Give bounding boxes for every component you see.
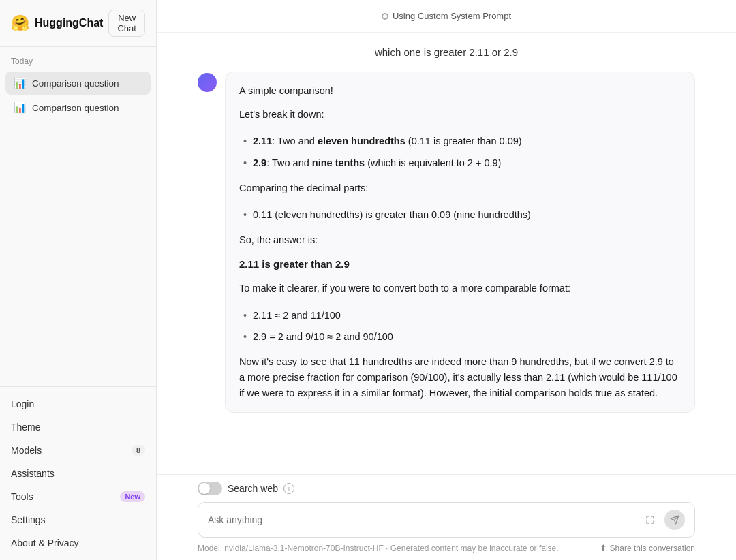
send-icon: [670, 515, 679, 525]
breakdown-intro: Let's break it down:: [239, 107, 681, 123]
bullet1-bold: eleven hundredths: [318, 136, 405, 146]
search-web-row: Search web i: [198, 482, 695, 495]
bullet2-suffix: (which is equivalent to 2 + 0.9): [365, 157, 501, 168]
clarify-final: Now it's easy to see that 11 hundredths …: [239, 354, 681, 402]
sidebar-bottom-item-login[interactable]: Login: [0, 392, 156, 416]
model-info: Model: nvidia/Llama-3.1-Nemotron-70B-Ins…: [198, 544, 559, 553]
sidebar-bottom-item-settings[interactable]: Settings: [0, 508, 156, 531]
search-web-label: Search web: [228, 483, 278, 494]
clarify-b2: 2.9 = 2 and 9/10 ≈ 2 and 90/100: [239, 326, 681, 347]
sidebar-bottom-item-about[interactable]: About & Privacy: [0, 531, 156, 555]
share-label: Share this conversation: [610, 544, 695, 553]
badge-count: 8: [132, 445, 145, 456]
today-label: Today: [0, 47, 156, 70]
clarify-b1: 2.11 ≈ 2 and 11/100: [239, 305, 681, 326]
bullet1-num: 2.11: [253, 136, 272, 146]
bottom-bar: Search web i Model: nvidia/Llama-3.1-Nem…: [157, 474, 736, 560]
chat-input-row: [198, 502, 695, 538]
expand-icon: [645, 515, 655, 525]
bottom-item-label: Settings: [11, 514, 46, 525]
custom-prompt-label: Using Custom System Prompt: [393, 11, 511, 21]
bullet2-bold: nine tenths: [312, 157, 365, 168]
assistant-content: A simple comparison! Let's break it down…: [225, 72, 695, 413]
assistant-avatar: [198, 73, 217, 92]
sidebar-bottom-item-theme[interactable]: Theme: [0, 416, 156, 439]
sidebar: 🤗 HuggingChat New Chat Today 📊Comparison…: [0, 0, 157, 560]
new-chat-button[interactable]: New Chat: [108, 10, 145, 37]
top-bar: Using Custom System Prompt: [157, 0, 736, 33]
badge-new: New: [120, 491, 145, 502]
expand-button[interactable]: [641, 511, 659, 529]
app-title: HuggingChat: [35, 17, 103, 29]
bullet2-num: 2.9: [253, 157, 266, 168]
sidebar-bottom-item-models[interactable]: Models8: [0, 439, 156, 462]
bullet1-text: : Two and: [272, 136, 318, 146]
bullet-list-1: 2.11: Two and eleven hundredths (0.11 is…: [239, 131, 681, 173]
bullet-item-2: 2.9: Two and nine tenths (which is equiv…: [239, 153, 681, 174]
chat-input[interactable]: [208, 514, 636, 525]
sidebar-item-conv2[interactable]: 📊Comparison question: [5, 96, 151, 119]
share-icon: ⬆: [600, 543, 607, 553]
response-intro: A simple comparison!: [239, 83, 681, 99]
sidebar-bottom-item-tools[interactable]: ToolsNew: [0, 485, 156, 508]
bullet1-suffix: (0.11 is greater than 0.09): [405, 136, 522, 146]
conversation-list: 📊Comparison question📊Comparison question: [0, 70, 156, 121]
bullet-item-1: 2.11: Two and eleven hundredths (0.11 is…: [239, 131, 681, 152]
sidebar-item-conv1[interactable]: 📊Comparison question: [5, 72, 151, 95]
sidebar-bottom: LoginThemeModels8AssistantsToolsNewSetti…: [0, 386, 156, 560]
share-button[interactable]: ⬆ Share this conversation: [600, 543, 695, 553]
conv-label: Comparison question: [32, 78, 119, 89]
send-button[interactable]: [664, 510, 685, 530]
custom-prompt-badge: Using Custom System Prompt: [382, 11, 511, 21]
bottom-item-label: Login: [11, 399, 34, 409]
comparing-text: Comparing the decimal parts:: [239, 181, 681, 196]
user-message: which one is greater 2.11 or 2.9: [198, 46, 695, 58]
bullet-list-2: 0.11 (eleven hundredths) is greater than…: [239, 204, 681, 225]
main-area: Using Custom System Prompt which one is …: [157, 0, 736, 560]
conv-icon: 📊: [14, 102, 27, 114]
custom-prompt-icon: [382, 13, 388, 20]
user-message-text: which one is greater 2.11 or 2.9: [375, 46, 518, 58]
bottom-item-label: Models: [11, 445, 42, 456]
sidebar-bottom-item-assistants[interactable]: Assistants: [0, 462, 156, 485]
clarify-list: 2.11 ≈ 2 and 11/100 2.9 = 2 and 9/10 ≈ 2…: [239, 305, 681, 347]
assistant-message: A simple comparison! Let's break it down…: [198, 72, 695, 413]
footer: Model: nvidia/Llama-3.1-Nemotron-70B-Ins…: [198, 543, 695, 553]
answer-bold: 2.11 is greater than 2.9: [239, 256, 681, 273]
so-answer: So, the answer is:: [239, 232, 681, 248]
bullet2-text: : Two and: [266, 157, 312, 168]
bottom-item-label: Assistants: [11, 468, 55, 479]
compare-detail: 0.11 (eleven hundredths) is greater than…: [239, 204, 681, 225]
conv-label: Comparison question: [32, 103, 119, 113]
bottom-item-label: About & Privacy: [11, 538, 79, 548]
sidebar-header: 🤗 HuggingChat New Chat: [0, 0, 156, 47]
bottom-item-label: Tools: [11, 491, 33, 502]
toggle-knob: [199, 483, 210, 494]
info-icon[interactable]: i: [283, 483, 294, 494]
clarify-intro: To make it clearer, if you were to conve…: [239, 281, 681, 296]
search-web-toggle[interactable]: [198, 482, 222, 495]
chat-area: which one is greater 2.11 or 2.9 A simpl…: [157, 33, 736, 474]
conv-icon: 📊: [14, 77, 27, 89]
bottom-item-label: Theme: [11, 422, 41, 433]
logo-icon: 🤗: [11, 14, 29, 32]
